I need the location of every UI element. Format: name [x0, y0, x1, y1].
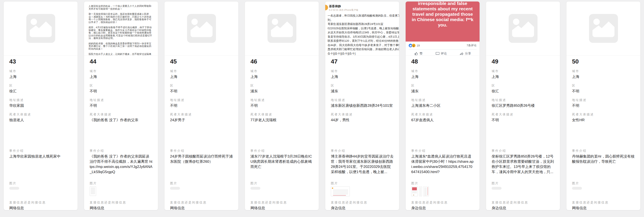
- field-label-event: 事件介绍: [170, 149, 233, 153]
- field-value-event: 上海浦东*血透病人延误治疗致死且遗体滞留家中约30小时！https://shar…: [411, 154, 474, 177]
- field-label-image: 图片: [331, 182, 394, 185]
- field-city: 城市 上海: [90, 69, 152, 79]
- field-address: 地址描述 浦东新区唐镇创新西路28弄24号101室: [331, 98, 394, 108]
- field-value-deceased: 不明: [492, 118, 554, 145]
- field-value-address: 华欣家园: [9, 103, 72, 108]
- card-body: 45 城市 上海 区 不明 地址描述 不明 死者大体描述 24岁男子 事件介绍 …: [164, 55, 238, 210]
- field-deceased: 死者大体描述 67岁血透病人: [411, 113, 474, 145]
- field-deceased: 死者大体描述 不明: [492, 113, 554, 145]
- field-value-district: 不明: [572, 89, 635, 94]
- weibo-body-line: 在44岁。我大伯和我大伯母70多岁老来丧子，对于整个事情我不做评价，: [328, 43, 399, 47]
- field-label-event: 事件介绍: [411, 149, 474, 153]
- card-cover: [566, 1, 640, 55]
- field-label-deceased: 死者大体描述: [572, 113, 635, 116]
- thumb-icon: [414, 51, 418, 55]
- field-label-image: 图片: [170, 182, 233, 185]
- field-value-district: 浦东: [411, 89, 474, 94]
- card-cover: [164, 1, 238, 55]
- field-label-source: 直接信息还是间接信息: [9, 201, 72, 204]
- field-image: 图片: [170, 182, 233, 196]
- field-source: 直接信息还是间接信息 网络信息: [90, 201, 152, 210]
- article-paragraph: 那一天我觉得我们是幸运的，我还在朋友圈里感谢人民群众！感谢医生！当时我的小区已被…: [88, 13, 154, 23]
- field-label-image: 图片: [250, 182, 313, 185]
- field-label-address: 地址描述: [170, 98, 233, 102]
- facebook-action-label: 赞: [420, 52, 423, 55]
- field-value-address: 浦东新区唐镇创新西路28弄24号101室: [331, 103, 394, 108]
- card-body: 44 城市 上海 区 不明 地址描述 不明 死者大体描述 《我的爸爸 没了》作者…: [84, 55, 158, 210]
- field-label-image: 图片: [572, 182, 635, 185]
- record-card[interactable]: 人都没有这样的机会，一个病人需要几十个人的同时帮助和关怀才有可能获得一丝的机会！…: [84, 1, 158, 210]
- field-value-source: 网络信息: [250, 206, 313, 210]
- field-deceased: 死者大体描述 44岁，男性: [331, 113, 394, 145]
- record-card[interactable]: 50 城市 上海 区 不明 地址描述 不明 死者大体描述 女性HR 事件介绍 丹…: [566, 1, 640, 210]
- card-cover-placeholder: [486, 14, 560, 43]
- field-label-city: 城市: [572, 69, 635, 73]
- card-cover-weibo: 茶香禅静 4-2 02:31 来自 iPhone客户端 一名志愿者，昨日我投入路…: [325, 1, 399, 55]
- field-value-event: 坐标徐汇区罗秀路850弄26号楼，12号在小区群里求救需要硝酸甘油，没见到救护车…: [492, 154, 554, 177]
- field-source: 直接信息还是间接信息 身边信息: [411, 201, 474, 210]
- field-value-address: 上海浦东寿二小区: [411, 103, 474, 108]
- field-label-event: 事件介绍: [90, 149, 152, 153]
- field-value-city: 上海: [331, 74, 394, 79]
- field-label-source: 直接信息还是间接信息: [90, 201, 152, 204]
- field-district: 区 徐汇: [492, 84, 554, 94]
- field-label-source: 直接信息还是间接信息: [170, 201, 233, 204]
- field-label-district: 区: [90, 84, 152, 87]
- facebook-action-like: 赞: [414, 51, 423, 55]
- field-deceased: 死者大体描述 女性HR: [572, 113, 635, 145]
- share-icon: [460, 51, 464, 55]
- image-thumbnail: [411, 187, 418, 196]
- image-thumbnail-row: [250, 187, 313, 196]
- field-value-address: 不明: [250, 103, 313, 108]
- field-image: 图片: [572, 182, 635, 196]
- record-card[interactable]: 45 城市 上海 区 不明 地址描述 不明 死者大体描述 24岁男子 事件介绍 …: [164, 1, 238, 210]
- image-thumbnail: [90, 187, 96, 196]
- field-district: 区 不明: [572, 84, 635, 94]
- field-label-address: 地址描述: [9, 98, 72, 102]
- field-image: 图片: [492, 182, 554, 196]
- weibo-body-line: 恳求相关部门能帮忙处理好后续问题，并做好两位老人的心理疏导，给予: [328, 47, 399, 51]
- field-city: 城市 上海: [492, 69, 554, 79]
- field-address: 地址描述 不明: [250, 98, 313, 108]
- image-thumbnail-row: [411, 187, 474, 196]
- field-label-address: 地址描述: [572, 98, 635, 102]
- record-card[interactable]: 49 城市 上海 区 徐汇 地址描述 徐汇区罗秀路850弄26号楼 死者大体描述…: [486, 1, 560, 210]
- field-label-district: 区: [572, 84, 635, 87]
- field-district: 区 不明: [170, 84, 233, 94]
- field-label-source: 直接信息还是间接信息: [572, 201, 635, 204]
- field-label-address: 地址描述: [492, 98, 554, 102]
- record-card[interactable]: 茶香禅静 4-2 02:31 来自 iPhone客户端 一名志愿者，昨日我投入路…: [325, 1, 399, 210]
- facebook-post-text: irresponsible and false statements about…: [411, 1, 474, 27]
- field-label-deceased: 死者大体描述: [250, 113, 313, 116]
- record-card[interactable]: 43 城市 上海 区 徐汇 地址描述 华欣家园 死者大体描述 独居老人 事件介绍…: [4, 1, 78, 210]
- field-image: 图片: [331, 182, 394, 196]
- field-label-deceased: 死者大体描述: [331, 113, 394, 116]
- weibo-body-line: 合十][合十][合十][合十]: [328, 51, 399, 56]
- facebook-action-label: 分享: [465, 52, 471, 55]
- field-city: 城市 上海: [170, 69, 233, 79]
- field-event: 事件介绍 《我的爸爸 没了》作者的父亲因延误治疗而不得不高位截肢，未久遍离世 h…: [90, 149, 152, 177]
- facebook-action-share: 分享: [460, 51, 471, 55]
- field-label-source: 直接信息还是间接信息: [250, 201, 313, 204]
- field-value-event: 丹纳赫集团的某Hr，因心脏猝死没有核酸报告耽误治疗，导致死亡: [572, 154, 635, 177]
- record-card[interactable]: irresponsible and false statements about…: [406, 1, 480, 210]
- field-label-source: 直接信息还是间接信息: [492, 201, 554, 204]
- image-placeholder-icon: [268, 14, 296, 43]
- field-value-city: 上海: [572, 74, 635, 79]
- field-value-address: 不明: [572, 103, 635, 108]
- image-placeholder-icon: [509, 14, 538, 43]
- image-thumbnail: [492, 187, 502, 190]
- card-number: 48: [411, 58, 474, 65]
- card-number: 49: [492, 58, 554, 65]
- field-event: 事件介绍 上海华欣家园独居老人饿死家中: [9, 149, 72, 177]
- field-label-city: 城市: [9, 69, 72, 73]
- card-number: 46: [250, 58, 313, 65]
- field-deceased: 死者大体描述 《我的爸爸 没了》作者的父亲: [90, 113, 152, 145]
- record-card[interactable]: 46 城市 上海 区 浦东 地址描述 不明 死者大体描述 77岁老人沈瑞根 事件…: [245, 1, 319, 210]
- field-label-event: 事件介绍: [492, 149, 554, 153]
- field-city: 城市 上海: [572, 69, 635, 79]
- field-value-source: 身边信息: [492, 206, 554, 210]
- card-cover-placeholder: [566, 14, 640, 43]
- field-label-event: 事件介绍: [250, 149, 313, 153]
- comment-icon: [435, 51, 440, 55]
